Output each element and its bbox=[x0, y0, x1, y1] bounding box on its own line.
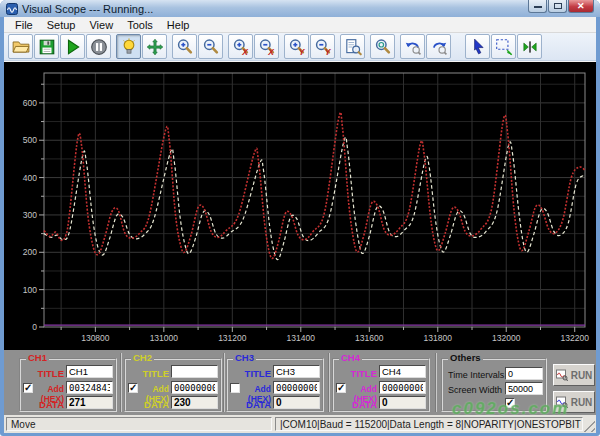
move-button[interactable] bbox=[142, 34, 167, 59]
add-hex-checkbox[interactable] bbox=[336, 383, 346, 393]
title-label: TITLE bbox=[228, 368, 271, 379]
screen-width-input[interactable] bbox=[505, 382, 543, 395]
svg-text:132200: 132200 bbox=[561, 333, 590, 343]
data-value bbox=[379, 396, 426, 409]
title-input[interactable] bbox=[273, 365, 320, 378]
channel-group-ch2: CH2 TITLE Add (HEX) DATA bbox=[124, 358, 222, 412]
channel-panel: CH1 TITLE Add (HEX) DATA CH2 TITLE Add (… bbox=[4, 349, 596, 415]
run-label: RUN bbox=[571, 397, 593, 408]
run-top-button[interactable]: RUN bbox=[553, 364, 595, 386]
status-com-settings: |COM10|Baud = 115200|Data Length = 8|NOP… bbox=[275, 417, 583, 431]
menu-bar: File Setup View Tools Help bbox=[4, 17, 596, 33]
app-icon bbox=[6, 3, 18, 15]
run-bottom-button[interactable]: RUN bbox=[553, 391, 595, 413]
center-markers-button[interactable] bbox=[517, 34, 542, 59]
zoom-x-in-button[interactable]: X bbox=[228, 34, 253, 59]
data-label: DATA bbox=[21, 399, 64, 410]
add-hex-checkbox[interactable] bbox=[230, 383, 240, 393]
panel-divider bbox=[223, 353, 225, 412]
resize-grip[interactable] bbox=[583, 420, 595, 432]
zoom-all-icon bbox=[374, 38, 392, 56]
svg-text:Y: Y bbox=[324, 47, 331, 56]
minimize-button[interactable] bbox=[528, 0, 547, 13]
zoom-y-out-button[interactable]: Y bbox=[310, 34, 335, 59]
title-bar[interactable]: Visual Scope --- Running... ✕ bbox=[0, 0, 600, 17]
maximize-icon bbox=[554, 3, 562, 9]
data-label: DATA bbox=[228, 399, 271, 410]
menu-setup[interactable]: Setup bbox=[40, 19, 83, 31]
open-file-icon bbox=[12, 38, 30, 56]
oscilloscope-plot[interactable]: 1308001310001312001314001316001318001320… bbox=[4, 61, 596, 349]
add-hex-checkbox[interactable] bbox=[128, 383, 138, 393]
title-input[interactable] bbox=[379, 365, 426, 378]
zoom-out-button[interactable] bbox=[198, 34, 223, 59]
data-value bbox=[273, 396, 320, 409]
data-value bbox=[66, 396, 113, 409]
menu-view[interactable]: View bbox=[82, 19, 120, 31]
channel-name: CH1 bbox=[26, 352, 49, 363]
zoom-y-in-button[interactable]: Y bbox=[284, 34, 309, 59]
zoom-y-out-icon: Y bbox=[314, 38, 332, 56]
channel-group-ch4: CH4 TITLE Add (HEX) DATA bbox=[332, 358, 430, 412]
menu-file[interactable]: File bbox=[8, 19, 40, 31]
move-icon bbox=[146, 38, 164, 56]
zoom-redo-icon bbox=[430, 38, 448, 56]
zoom-undo-button[interactable] bbox=[400, 34, 425, 59]
pause-button[interactable] bbox=[86, 34, 111, 59]
run-button[interactable] bbox=[60, 34, 85, 59]
menu-help[interactable]: Help bbox=[160, 19, 197, 31]
maximize-button[interactable] bbox=[548, 0, 567, 13]
pause-icon bbox=[90, 38, 108, 56]
title-input[interactable] bbox=[66, 365, 113, 378]
open-file-button[interactable] bbox=[8, 34, 33, 59]
save-button[interactable] bbox=[34, 34, 59, 59]
add-hex-input[interactable] bbox=[171, 381, 218, 394]
title-input[interactable] bbox=[171, 365, 218, 378]
panel-divider bbox=[328, 353, 330, 412]
zoom-x-out-button[interactable]: X bbox=[254, 34, 279, 59]
channel-group-ch3: CH3 TITLE Add (HEX) DATA bbox=[226, 358, 324, 412]
status-bar: Move |COM10|Baud = 115200|Data Length = … bbox=[4, 415, 596, 433]
zoom-in-icon bbox=[176, 38, 194, 56]
channel-name: CH3 bbox=[233, 352, 256, 363]
visual-scope-window: Visual Scope --- Running... ✕ File Setup… bbox=[0, 0, 600, 436]
channel-group-ch1: CH1 TITLE Add (HEX) DATA bbox=[19, 358, 117, 412]
zoom-out-icon bbox=[202, 38, 220, 56]
menu-tools[interactable]: Tools bbox=[120, 19, 160, 31]
zoom-redo-button[interactable] bbox=[426, 34, 451, 59]
title-label: TITLE bbox=[126, 368, 169, 379]
channel-name: CH2 bbox=[131, 352, 154, 363]
svg-text:100: 100 bbox=[23, 285, 37, 295]
cursor-select-button[interactable] bbox=[465, 34, 490, 59]
close-button[interactable]: ✕ bbox=[568, 0, 594, 13]
zoom-all-button[interactable] bbox=[370, 34, 395, 59]
region-select-button[interactable] bbox=[491, 34, 516, 59]
svg-text:132000: 132000 bbox=[492, 333, 521, 343]
data-label: DATA bbox=[126, 399, 169, 410]
scope-icon bbox=[556, 369, 568, 381]
time-intervals-input[interactable] bbox=[505, 367, 543, 380]
run-icon bbox=[64, 38, 82, 56]
add-hex-input[interactable] bbox=[379, 381, 426, 394]
zoom-window-button[interactable] bbox=[340, 34, 365, 59]
svg-text:131000: 131000 bbox=[150, 333, 179, 343]
screen-width-label: Screen Width bbox=[448, 385, 502, 395]
close-icon: ✕ bbox=[577, 2, 585, 11]
title-label: TITLE bbox=[334, 368, 377, 379]
add-hex-input[interactable] bbox=[66, 381, 113, 394]
others-group: Others Time Intervals Screen Width bbox=[441, 358, 547, 412]
add-hex-checkbox[interactable] bbox=[23, 383, 33, 393]
waveform-chart: 1308001310001312001314001316001318001320… bbox=[4, 62, 596, 350]
light-button[interactable] bbox=[116, 34, 141, 59]
svg-text:131400: 131400 bbox=[287, 333, 316, 343]
status-mode: Move bbox=[6, 417, 272, 431]
add-hex-input[interactable] bbox=[273, 381, 320, 394]
zoom-in-button[interactable] bbox=[172, 34, 197, 59]
save-icon bbox=[38, 38, 56, 56]
cursor-select-icon bbox=[469, 38, 487, 56]
channel-name: CH4 bbox=[339, 352, 362, 363]
others-checkbox[interactable] bbox=[505, 398, 515, 408]
svg-text:0: 0 bbox=[32, 322, 37, 332]
zoom-undo-icon bbox=[404, 38, 422, 56]
panel-divider bbox=[120, 353, 122, 412]
